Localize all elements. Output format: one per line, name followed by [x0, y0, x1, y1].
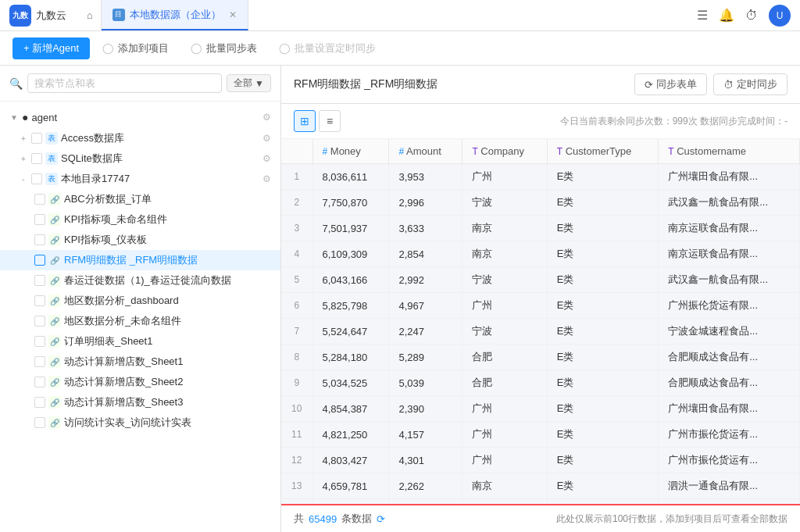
table-row: 3 7,501,937 3,633 南京 E类 南京运联食品有限... [281, 216, 800, 241]
cell-amount: 2,247 [389, 319, 462, 345]
checkbox-local[interactable] [31, 173, 42, 184]
node-label-order: 订单明细表_Sheet1 [64, 334, 271, 348]
search-input[interactable] [27, 73, 222, 93]
table-row: 11 4,821,250 4,157 广州 E类 广州市振伦货运有... [281, 422, 800, 448]
sidebar-item-dynamic2[interactable]: 🔗 动态计算新增店数_Sheet2 [0, 372, 280, 392]
table-icon: 🔗 [48, 234, 61, 246]
data-table-container[interactable]: # Money # Amount T Company T [281, 139, 800, 504]
sidebar-item-rfm[interactable]: 🔗 RFM明细数据 _RFM明细数据 [0, 250, 280, 270]
table-icon: 🔗 [48, 416, 61, 429]
cell-customer-type: E类 [547, 241, 659, 267]
cell-num: 6 [281, 293, 312, 319]
main-tab[interactable]: 目 本地数据源（企业） ✕ [102, 0, 248, 30]
cell-amount: 2,992 [389, 267, 462, 293]
batch-schedule-button[interactable]: ◯ 批量设置定时同步 [270, 37, 385, 59]
checkbox-access[interactable] [31, 133, 42, 144]
col-header-amount[interactable]: # Amount [389, 139, 462, 164]
sidebar-item-region-unnamed[interactable]: 🔗 地区数据分析_未命名组件 [0, 311, 280, 331]
cell-customername: 广州市振伦货运有... [659, 422, 800, 448]
sidebar-item-dynamic1[interactable]: 🔗 动态计算新增店数_Sheet1 [0, 352, 280, 372]
view-icons: ⊞ ≡ [294, 110, 341, 132]
col-header-index [281, 139, 312, 164]
checkbox-kpi1[interactable] [34, 214, 45, 225]
checkbox-dynamic3[interactable] [34, 397, 45, 408]
sync-table-button[interactable]: ⟳ 同步表单 [634, 73, 707, 95]
footer-total-label: 共 [294, 512, 304, 526]
new-agent-button[interactable]: + 新增Agent [12, 37, 90, 59]
hash-icon-amount: # [398, 146, 404, 157]
checkbox-order[interactable] [34, 336, 45, 347]
sidebar-item-region-dash[interactable]: 🔗 地区数据分析_dashboard [0, 291, 280, 311]
expand-icon[interactable]: + [19, 134, 28, 143]
batch-sync-icon: ◯ [191, 42, 202, 54]
avatar[interactable]: U [769, 5, 791, 27]
checkbox-sqlite[interactable] [31, 153, 42, 164]
schedule-sync-button[interactable]: ⏱ 定时同步 [713, 73, 788, 95]
cell-num: 11 [281, 422, 312, 448]
checkbox-rfm[interactable] [34, 255, 45, 266]
main-layout: 🔍 全部 ▼ ▼ ● agent ⚙ + 表 Access数据库 ⚙ [0, 66, 800, 532]
add-to-project-label: 添加到项目 [118, 41, 169, 55]
tree-area: ▼ ● agent ⚙ + 表 Access数据库 ⚙ + 表 SQLite数据… [0, 102, 280, 532]
tab-area: ⌂ 目 本地数据源（企业） ✕ [79, 0, 248, 30]
tree-expand-icon[interactable]: ▼ [9, 113, 19, 122]
sidebar-item-spring[interactable]: 🔗 春运迁徙数据（1)_春运迁徙流向数据 [0, 270, 280, 291]
expand-icon[interactable]: + [19, 155, 28, 163]
header-actions: ⟳ 同步表单 ⏱ 定时同步 [634, 73, 788, 95]
sidebar-item-kpi2[interactable]: 🔗 KPI指标项_仪表板 [0, 230, 280, 250]
sidebar-item-local-dir[interactable]: - 表 本地目录17747 ⚙ [0, 169, 280, 189]
footer-refresh-icon[interactable]: ⟳ [377, 513, 385, 525]
cell-customername: 宁波金城速程食品... [659, 319, 800, 345]
expand-icon[interactable]: - [19, 175, 28, 184]
checkbox-visit[interactable] [34, 417, 45, 428]
sidebar-item-dynamic3[interactable]: 🔗 动态计算新增店数_Sheet3 [0, 392, 280, 412]
cell-amount: 5,039 [389, 370, 462, 396]
list-icon[interactable]: ☰ [697, 8, 708, 23]
batch-sync-button[interactable]: ◯ 批量同步表 [181, 37, 266, 59]
col-header-customer-type[interactable]: T CustomerType [547, 139, 659, 164]
sidebar-item-access-db[interactable]: + 表 Access数据库 ⚙ [0, 128, 280, 148]
cell-money: 7,501,937 [312, 216, 389, 241]
sidebar-item-sqlite-db[interactable]: + 表 SQLite数据库 ⚙ [0, 148, 280, 169]
sidebar-item-abc[interactable]: 🔗 ABC分析数据_订单 [0, 189, 280, 209]
cell-customer-type: E类 [547, 396, 659, 422]
home-tab[interactable]: ⌂ [79, 0, 102, 30]
cell-num: 8 [281, 345, 312, 370]
checkbox-dynamic1[interactable] [34, 356, 45, 367]
filter-tag[interactable]: 全部 ▼ [227, 74, 271, 92]
home-icon: ⌂ [87, 9, 93, 21]
tab-close-button[interactable]: ✕ [229, 9, 237, 20]
col-header-customername[interactable]: T Customername [659, 139, 800, 164]
add-to-project-button[interactable]: ◯ 添加到项目 [93, 37, 178, 59]
db-icon: 表 [45, 173, 58, 185]
footer-left: 共 65499 条数据 ⟳ [294, 512, 385, 526]
node-action-sqlite: ⚙ [262, 153, 271, 164]
checkbox-dynamic2[interactable] [34, 377, 45, 387]
list-view-button[interactable]: ≡ [319, 110, 341, 132]
logo-area: 九数 九数云 [9, 5, 79, 27]
checkbox-region-unnamed[interactable] [34, 316, 45, 327]
table-icon: 🔗 [48, 274, 61, 287]
col-header-money[interactable]: # Money [312, 139, 389, 164]
col-label-amount: Amount [406, 145, 441, 157]
sidebar-item-order[interactable]: 🔗 订单明细表_Sheet1 [0, 331, 280, 352]
node-label-region-unnamed: 地区数据分析_未命名组件 [64, 314, 271, 328]
col-header-company[interactable]: T Company [462, 139, 547, 164]
checkbox-spring[interactable] [34, 275, 45, 286]
table-row: 7 5,524,647 2,247 宁波 E类 宁波金城速程食品... [281, 319, 800, 345]
cell-customername: 合肥顺成达食品有... [659, 345, 800, 370]
checkbox-kpi2[interactable] [34, 234, 45, 245]
main-toolbar: + 新增Agent ◯ 添加到项目 ◯ 批量同步表 ◯ 批量设置定时同步 [0, 31, 800, 66]
checkbox-abc[interactable] [34, 194, 45, 205]
tree-root-agent[interactable]: ▼ ● agent ⚙ [0, 106, 280, 128]
checkbox-region-dash[interactable] [34, 295, 45, 306]
cell-company: 宁波 [462, 319, 547, 345]
grid-view-button[interactable]: ⊞ [294, 110, 316, 132]
sidebar-item-kpi1[interactable]: 🔗 KPI指标项_未命名组件 [0, 209, 280, 230]
cell-amount: 2,262 [389, 473, 462, 499]
bell-icon[interactable]: 🔔 [719, 8, 734, 23]
col-label-customer-type: CustomerType [566, 145, 632, 157]
clock-icon[interactable]: ⏱ [745, 9, 758, 23]
sidebar-item-visit[interactable]: 🔗 访问统计实表_访问统计实表 [0, 412, 280, 433]
cell-money: 6,109,309 [312, 241, 389, 267]
